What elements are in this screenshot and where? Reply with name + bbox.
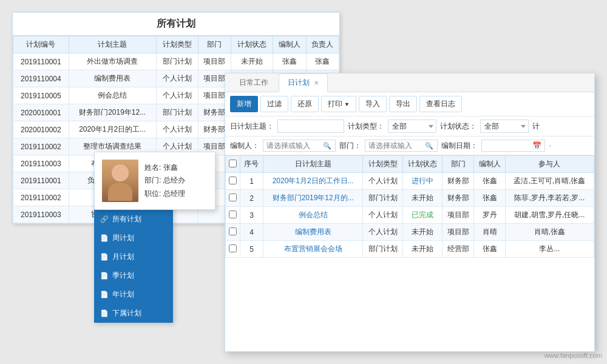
filter-button[interactable]: 过滤	[260, 96, 288, 112]
participants-cell: 胡建,胡雪,罗丹,任晓...	[505, 207, 594, 224]
subject-link[interactable]: 布置营销展会会场	[284, 244, 342, 253]
data-table: 序号日计划主题计划类型计划状态部门编制人参与人 12020年1月2日的工作日..…	[225, 155, 594, 258]
export-button[interactable]: 导出	[389, 96, 417, 112]
subject-link[interactable]: 编制费用表	[295, 228, 331, 236]
table-cell: 2019110005	[13, 87, 69, 104]
main-panel: 日常工作 日计划 ✕ 新增 过滤 还原 打印 ▼ 导入 导出 查看日志 日计划主…	[225, 73, 595, 352]
subject-link[interactable]: 2020年1月2日的工作日...	[273, 177, 354, 185]
editor-cell: 张鑫	[474, 241, 506, 258]
sidebar-item-icon: 📄	[100, 291, 109, 298]
dept-search-icon[interactable]: 🔍	[425, 142, 433, 150]
sidebar-item-label: 周计划	[112, 233, 134, 243]
import-button[interactable]: 导入	[359, 96, 387, 112]
status-badge: 未开始	[412, 244, 433, 253]
subject-link[interactable]: 财务部门2019年12月的...	[273, 194, 354, 202]
main-col-header: 参与人	[505, 156, 594, 173]
main-col-header: 计划类型	[363, 156, 403, 173]
row-checkbox[interactable]	[229, 228, 237, 235]
status-cell: 已完成	[402, 207, 443, 224]
dept-label: 部门：	[339, 141, 361, 151]
person-info: 姓名: 张鑫 部门: 总经办 职位: 总经理	[144, 161, 185, 201]
sidebar-item-label: 季计划	[112, 271, 134, 281]
dept-input[interactable]	[368, 141, 423, 150]
status-cell: 进行中	[402, 173, 443, 190]
subject-input[interactable]	[277, 120, 344, 133]
table-row[interactable]: 5布置营销展会会场部门计划未开始经营部张鑫李丛...	[226, 241, 594, 258]
add-button[interactable]: 新增	[230, 96, 258, 112]
subject-link[interactable]: 例会总结	[299, 211, 328, 219]
sidebar-item-weekly[interactable]: 📄 周计划	[94, 229, 173, 248]
sidebar-item-icon: 📄	[100, 234, 109, 242]
row-checkbox-cell	[226, 190, 240, 207]
row-checkbox[interactable]	[229, 211, 237, 218]
seq-cell: 2	[240, 190, 263, 207]
row-checkbox[interactable]	[229, 194, 237, 201]
main-col-header: 计划状态	[402, 156, 443, 173]
sidebar-item-all[interactable]: 🔗 所有计划	[94, 210, 173, 229]
log-button[interactable]: 查看日志	[419, 96, 462, 112]
row-checkbox-cell	[226, 224, 240, 241]
restore-button[interactable]: 还原	[291, 96, 319, 112]
print-arrow-icon: ▼	[344, 101, 350, 107]
type-select[interactable]: 全部 个人计划 部门计划	[388, 120, 436, 133]
table-cell: 张鑫	[306, 53, 339, 70]
tab-close-icon[interactable]: ✕	[314, 79, 319, 86]
row-checkbox[interactable]	[229, 244, 237, 252]
person-title-row: 职位: 总经理	[144, 187, 185, 201]
sidebar-item-icon: 📄	[100, 272, 109, 280]
seq-cell: 3	[240, 207, 263, 224]
type-cell: 个人计划	[363, 224, 403, 241]
table-cell: 个人计划	[156, 121, 198, 138]
table-cell: 2019110002	[13, 189, 69, 206]
seq-cell: 5	[240, 241, 263, 258]
seq-cell: 1	[240, 173, 263, 190]
status-select-wrapper: 全部 未开始 进行中 已完成	[480, 120, 529, 133]
type-label: 计划类型：	[348, 121, 384, 132]
title-value: 总经理	[163, 189, 185, 198]
table-cell: 2020年1月2日的工...	[69, 121, 156, 138]
sidebar-item-icon: 📄	[100, 309, 109, 317]
date-start-input[interactable]	[485, 141, 531, 150]
editor-input[interactable]	[266, 141, 321, 150]
dept-cell: 项目部	[443, 224, 474, 241]
sidebar-item-sub[interactable]: 📄 下属计划	[94, 304, 173, 323]
table-cell: 项目部	[198, 53, 231, 70]
print-button[interactable]: 打印 ▼	[321, 96, 356, 112]
table-row[interactable]: 2财务部门2019年12月的...部门计划未开始财务部张鑫陈菲,罗丹,李若若,罗…	[226, 190, 594, 207]
extra-label: 计	[532, 121, 540, 132]
type-select-wrapper: 全部 个人计划 部门计划	[388, 120, 436, 133]
table-row[interactable]: 2019110001外出做市场调查部门计划项目部未开始张鑫张鑫	[13, 53, 339, 70]
status-badge: 已完成	[412, 211, 433, 219]
tab-work[interactable]: 日常工作	[230, 73, 277, 92]
dept-value: 总经办	[163, 176, 185, 184]
editor-cell: 张鑫	[474, 190, 506, 207]
table-cell: 未开始	[231, 53, 273, 70]
table-cell: 2019110002	[13, 138, 69, 155]
table-row[interactable]: 3例会总结个人计划已完成项目部罗丹胡建,胡雪,罗丹,任晓...	[226, 207, 594, 224]
type-cell: 部门计划	[363, 190, 403, 207]
sidebar-item-quarterly[interactable]: 📄 季计划	[94, 266, 173, 285]
sidebar-item-yearly[interactable]: 📄 年计划	[94, 285, 173, 304]
table-row[interactable]: 4编制费用表个人计划未开始项目部肖晴肖晴,张鑫	[226, 224, 594, 241]
participants-cell: 李丛...	[505, 241, 594, 258]
filter-row-1: 日计划主题： 计划类型： 全部 个人计划 部门计划 计划状态： 全部 未开始 进…	[225, 116, 594, 136]
status-select[interactable]: 全部 未开始 进行中 已完成	[480, 120, 529, 133]
editor-search-icon[interactable]: 🔍	[323, 142, 331, 150]
table-cell: 2020010002	[13, 121, 69, 138]
calendar-icon[interactable]: 📅	[532, 141, 541, 150]
row-checkbox[interactable]	[229, 177, 237, 184]
type-cell: 个人计划	[363, 207, 403, 224]
main-col-header: 部门	[443, 156, 474, 173]
date-dash: -	[549, 141, 551, 150]
table-row[interactable]: 12020年1月2日的工作日...个人计划进行中财务部张鑫孟洁,王可可,肖晴,张…	[226, 173, 594, 190]
avatar	[102, 160, 138, 202]
sidebar-item-monthly[interactable]: 📄 月计划	[94, 248, 173, 266]
tab-daily[interactable]: 日计划 ✕	[279, 73, 328, 92]
select-all-checkbox[interactable]	[229, 160, 237, 167]
toolbar: 新增 过滤 还原 打印 ▼ 导入 导出 查看日志	[225, 92, 594, 116]
subject-cell: 财务部门2019年12月的...	[263, 190, 362, 207]
status-cell: 未开始	[402, 241, 443, 258]
status-label: 计划状态：	[440, 121, 476, 132]
tabs-bar: 日常工作 日计划 ✕	[225, 73, 594, 92]
title-label: 职位:	[144, 189, 161, 198]
